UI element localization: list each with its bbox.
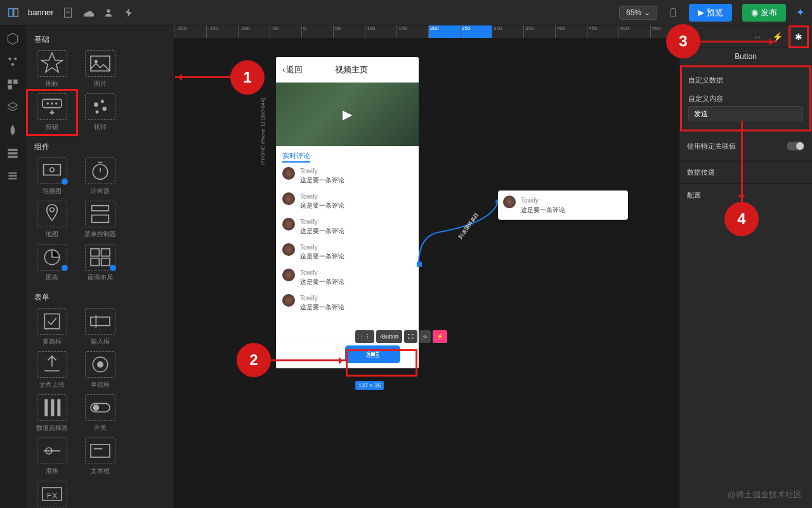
phone-preview: ‹ 返回 视频主页 实时评论 Towify这是要一条评论Towify这是要一条评… (276, 57, 419, 368)
svg-rect-46 (51, 399, 54, 417)
component-输入框[interactable]: 输入框 (79, 308, 122, 346)
annotation-1: 1 (230, 60, 265, 95)
svg-rect-13 (8, 149, 17, 150)
component-轮转[interactable]: 轮转 (79, 93, 122, 131)
zoom-selector[interactable]: 65% ⌄ (619, 6, 657, 20)
connector-label: 列表循环条目 (457, 211, 481, 241)
svg-rect-39 (102, 258, 110, 266)
svg-point-31 (93, 164, 107, 179)
ftb-code-icon[interactable]: ‹› (419, 330, 431, 343)
svg-rect-14 (8, 152, 17, 154)
svg-point-8 (14, 57, 16, 60)
svg-point-30 (50, 168, 55, 172)
svg-point-44 (97, 361, 103, 368)
rail-layers-icon[interactable] (6, 100, 20, 114)
component-公式输入框[interactable]: FX公式输入框 (30, 481, 74, 508)
svg-rect-15 (8, 156, 17, 157)
annotation-arrow-1 (175, 76, 231, 78)
avatar (282, 269, 295, 281)
rail-grid-icon[interactable] (6, 77, 20, 91)
ftb-bolt-icon[interactable]: ⚡ (433, 330, 447, 343)
svg-point-23 (51, 102, 53, 104)
group-data-pass[interactable]: 数据传递 (679, 161, 812, 184)
canvas[interactable]: -200-150-100-500501001502002503003504004… (174, 25, 678, 508)
svg-point-27 (102, 107, 107, 111)
section-forms: 表单 (30, 288, 169, 308)
rail-pin-icon[interactable] (6, 123, 20, 137)
floating-toolbar: ⋮⋮ ‹ Button ⛶ ‹› ⚡ (355, 330, 447, 343)
ftb-expand-icon[interactable]: ⛶ (404, 330, 417, 343)
cloud-icon[interactable] (82, 7, 94, 18)
tab-realtime[interactable]: 实时评论 (282, 152, 310, 163)
avatar (282, 294, 295, 307)
bolt-icon[interactable] (123, 7, 134, 18)
prop-custom-data[interactable]: 自定义数据 (688, 71, 803, 90)
comment-item: Towify这是要一条评论 (282, 265, 412, 290)
device-label: IPHONE iPhone 12 [390*844] (260, 98, 266, 165)
component-计时器[interactable]: 计时器 (79, 157, 122, 196)
svg-point-25 (94, 102, 98, 107)
doc-icon[interactable] (62, 7, 74, 18)
rail-cube-icon[interactable] (6, 32, 20, 46)
prop-use-specific[interactable]: 使用特定关联值 (687, 137, 804, 156)
component-文件上传[interactable]: 文件上传 (30, 351, 74, 389)
svg-point-32 (50, 208, 55, 212)
toggle-specific[interactable] (787, 142, 804, 150)
annotation-2: 2 (237, 343, 271, 377)
svg-point-28 (96, 110, 99, 114)
rtab-bug-icon[interactable]: ✱ (793, 30, 804, 44)
svg-rect-0 (9, 8, 13, 17)
more-icon[interactable]: ✦ (796, 6, 804, 18)
svg-point-5 (107, 9, 110, 12)
annotation-4: 4 (724, 202, 759, 236)
custom-content-input[interactable] (688, 106, 803, 121)
component-按钮[interactable]: 按钮 (30, 93, 74, 131)
component-单选框[interactable]: 单选框 (79, 351, 122, 389)
component-地图[interactable]: 地图 (30, 201, 74, 239)
component-轮播图[interactable]: 轮播图 (30, 157, 74, 196)
rail-list-icon[interactable] (6, 169, 20, 183)
annotation-arrow-2 (271, 359, 346, 361)
phone-header: ‹ 返回 视频主页 (276, 57, 419, 83)
send-button[interactable]: 发送 (346, 346, 400, 363)
component-图标[interactable]: 图标 (30, 50, 74, 88)
publish-button[interactable]: ◉ 发布 (742, 4, 786, 22)
svg-rect-38 (91, 258, 99, 266)
component-图片[interactable]: 图片 (79, 50, 122, 88)
app-logo-icon[interactable] (8, 7, 19, 18)
component-复选框[interactable]: 复选框 (30, 308, 74, 346)
rail-data-icon[interactable] (6, 146, 20, 160)
section-components: 组件 (30, 138, 169, 157)
component-数值选择器[interactable]: 数值选择器 (30, 394, 74, 432)
rail-tree-icon[interactable] (6, 55, 20, 69)
svg-text:FX: FX (47, 491, 58, 500)
svg-rect-47 (57, 399, 60, 417)
component-菜单控制器[interactable]: 菜单控制器 (79, 201, 122, 239)
component-滑块[interactable]: 滑块 (30, 438, 74, 476)
phone-footer: 发送 (276, 340, 419, 368)
svg-rect-52 (91, 444, 110, 457)
component-开关[interactable]: 开关 (79, 394, 122, 432)
comment-item: Towify这是要一条评论 (282, 290, 412, 316)
ftb-drag-icon[interactable]: ⋮⋮ (355, 330, 374, 343)
component-画廊布局[interactable]: 画廊布局 (79, 244, 122, 282)
preview-button[interactable]: ▶ 预览 (689, 4, 732, 22)
user-icon[interactable] (103, 7, 114, 18)
svg-rect-40 (44, 314, 59, 328)
comment-item: Towify这是要一条评论 (282, 239, 412, 265)
component-文本框[interactable]: 文本框 (79, 438, 122, 476)
avatar (282, 243, 295, 256)
device-icon[interactable] (667, 7, 679, 18)
svg-rect-37 (102, 249, 110, 257)
project-title: banner (28, 8, 53, 17)
svg-rect-29 (44, 164, 61, 175)
svg-rect-10 (8, 79, 12, 84)
element-name: Button (679, 48, 812, 65)
ftb-breadcrumb[interactable]: ‹ Button (376, 330, 402, 343)
video-thumbnail[interactable] (276, 83, 419, 146)
popup-text: 这是要一条评论 (521, 205, 565, 215)
page-title: 视频主页 (290, 64, 412, 76)
component-图表[interactable]: 图表 (30, 244, 74, 282)
watermark: @稀土掘金技术社区 (728, 489, 802, 500)
comment-item: Towify这是要一条评论 (282, 163, 412, 189)
